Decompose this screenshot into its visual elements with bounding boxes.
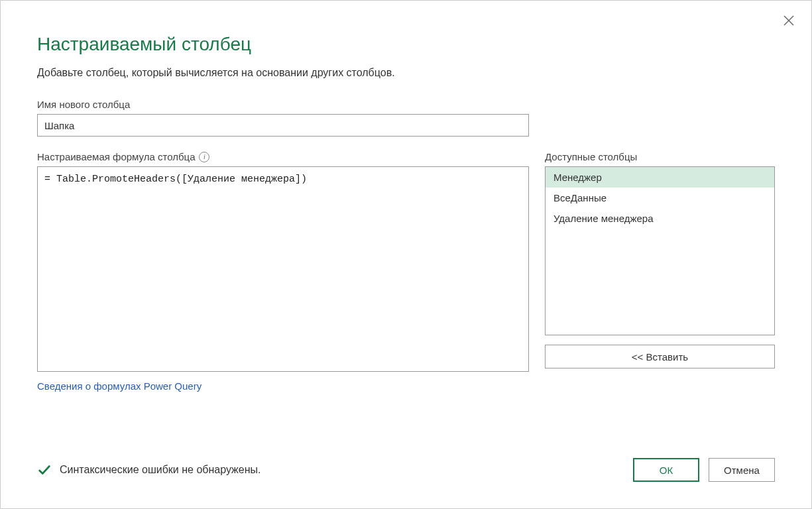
check-icon xyxy=(37,463,52,477)
cancel-button[interactable]: Отмена xyxy=(709,458,775,482)
available-columns-list[interactable]: МенеджерВсеДанныеУдаление менеджера xyxy=(545,166,775,335)
dialog-subtitle: Добавьте столбец, который вычисляется на… xyxy=(37,67,775,79)
column-item[interactable]: ВсеДанные xyxy=(546,188,774,208)
insert-button[interactable]: << Вставить xyxy=(545,345,775,368)
formula-label-text: Настраиваемая формула столбца xyxy=(37,151,195,162)
ok-button[interactable]: ОК xyxy=(633,458,699,482)
close-icon[interactable] xyxy=(781,13,797,28)
name-field-label: Имя нового столбца xyxy=(37,99,775,110)
custom-column-dialog: Настраиваемый столбец Добавьте столбец, … xyxy=(0,0,812,509)
status-text: Синтаксические ошибки не обнаружены. xyxy=(60,464,261,476)
new-column-name-input[interactable] xyxy=(37,114,529,137)
formula-input[interactable] xyxy=(37,166,529,372)
dialog-title: Настраиваемый столбец xyxy=(37,34,775,55)
status-message: Синтаксические ошибки не обнаружены. xyxy=(37,463,261,477)
info-icon[interactable]: i xyxy=(199,152,209,162)
formula-field-label: Настраиваемая формула столбца i xyxy=(37,151,529,162)
columns-label-text: Доступные столбцы xyxy=(545,151,637,162)
power-query-help-link[interactable]: Сведения о формулах Power Query xyxy=(37,380,202,392)
column-item[interactable]: Удаление менеджера xyxy=(546,208,774,229)
dialog-footer: Синтаксические ошибки не обнаружены. ОК … xyxy=(1,458,811,508)
column-item[interactable]: Менеджер xyxy=(546,167,774,188)
available-columns-label: Доступные столбцы xyxy=(545,151,775,162)
name-label-text: Имя нового столбца xyxy=(37,99,130,110)
